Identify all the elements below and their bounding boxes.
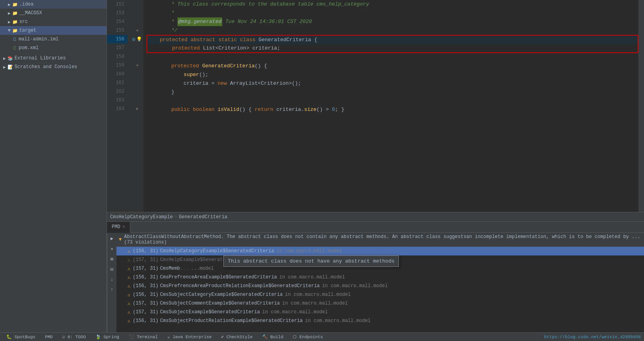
tab-pmd[interactable]: PMD × [107, 222, 130, 233]
violation-linecol-8: (156, 31) [133, 318, 158, 324]
code-line-158 [147, 53, 638, 62]
violation-linecol-6: (157, 31) [133, 301, 158, 306]
violation-linecol-4: (156, 31) [133, 283, 158, 289]
tab-terminal[interactable]: ⬛ Terminal [126, 333, 161, 341]
code-line-152: * This class corresponds to the database… [147, 0, 638, 9]
expand-icon: ▶ [8, 19, 11, 25]
violation-pkg-4: in com.macro.mall.model [322, 283, 388, 289]
tab-endpoints[interactable]: ⬡ Endpoints [290, 333, 326, 341]
violation-class-7: CmsSubjectExample$GeneratedCriteria [160, 309, 260, 315]
warn-icon-1: ⚠ [128, 257, 130, 263]
violation-pkg-2: ...model [191, 266, 214, 271]
code-line-163 [147, 97, 638, 105]
sidebar-item-scratches[interactable]: ▶ 📝 Scratches and Consoles [0, 63, 107, 71]
editor-area: 152 153 154 155 156 157 158 159 160 161 … [107, 0, 644, 332]
run-icon[interactable]: ▶ [108, 234, 116, 242]
sidebar-item-pom-xml[interactable]: 🗋 pom.xml [0, 44, 107, 52]
violation-pkg-5: in com.macro.mall.model [285, 292, 351, 297]
warn-icon-8: ⚠ [128, 318, 130, 324]
violation-rows-container: ⚠ (157, 31) CmsHelpExample$GeneratedCrit… [116, 255, 644, 273]
violation-pkg-8: in com.macro.mall.model [305, 318, 371, 324]
folder-icon: 📁 [12, 11, 18, 16]
violation-linecol-2: (157, 31) [133, 266, 158, 271]
red-border-block: protected abstract static class Generate… [147, 35, 638, 53]
panel-left-toolbar: ▶ ✕ ⊞ ⊟ ↓ ↑ [107, 233, 116, 332]
tab-spring[interactable]: 🍃 Spring [92, 333, 122, 341]
folder-icon: 📁 [12, 19, 18, 25]
code-line-155: */ [147, 26, 638, 35]
lib-icon: 📚 [8, 56, 13, 61]
sidebar-item-mall-admin-iml[interactable]: 🗋 mall-admin.iml [0, 35, 107, 44]
violation-item-8[interactable]: ⚠ (156, 31) CmsSubjectProductRelationExa… [116, 316, 644, 325]
code-line-162: } [147, 88, 638, 97]
violation-linecol-7: (157, 31) [133, 309, 158, 315]
tab-todo[interactable]: ☑ 6: TODO [59, 333, 89, 341]
gutter: ⊲ ⊙ 💡 ⊲ ⊕ [131, 0, 143, 212]
close-pmd-btn[interactable]: × [123, 225, 125, 229]
scratches-icon: 📝 [8, 65, 13, 70]
breadcrumb: CmsHelpCategoryExample › GeneratedCriter… [107, 212, 644, 221]
warn-icon-2: ⚠ [128, 266, 130, 272]
breadcrumb-separator: › [174, 214, 177, 220]
warn-icon-6: ⚠ [128, 301, 130, 307]
bottom-panel: PMD × ▶ ✕ ⊞ ⊟ ↓ ↑ ▼ [107, 221, 644, 332]
annotation-span: @mbg.generated [177, 17, 222, 26]
folder-icon: 📁 [12, 28, 18, 33]
expand-icon[interactable]: ⊞ [108, 255, 116, 263]
sidebar-item-target[interactable]: ▼ 📁 target [0, 26, 107, 35]
expand-icon: ▶ [3, 56, 6, 61]
sidebar-item-external-libraries[interactable]: ▶ 📚 External Libraries [0, 54, 107, 63]
violation-class-5: CmsSubjectCategoryExample$GeneratedCrite… [160, 292, 283, 297]
violation-item-0[interactable]: ⚠ (156, 31) CmsHelpCategoryExample$Gener… [116, 247, 644, 255]
violation-pkg-0: in com.macro.mall.model [276, 248, 342, 254]
tab-java-enterprise[interactable]: ☕ Java Enterprise [164, 333, 215, 341]
tab-spotbugs[interactable]: 🐛 SpotBugs [3, 333, 38, 341]
code-line-161: criteria = new ArrayList<Criterion>(); [147, 79, 638, 88]
code-line-156: protected abstract static class Generate… [147, 36, 638, 44]
violation-class-2: CmsMemb... [160, 266, 189, 271]
violation-class-0: CmsHelpCategoryExample$GeneratedCriteria [160, 248, 274, 254]
violation-pkg-6: in com.macro.mall.model [282, 301, 348, 306]
violation-pkg-7: in com.macro.mall.model [262, 309, 328, 315]
file-xml-icon: 🗋 [13, 46, 17, 51]
expand-icon: ▶ [8, 2, 11, 7]
tab-checkstyle[interactable]: ✔ CheckStyle [218, 333, 256, 341]
violation-item-6[interactable]: ⚠ (157, 31) CmsSubjectCommentExample$Gen… [116, 299, 644, 308]
violation-item-4[interactable]: ⚠ (156, 31) CmsPrefrenceAreaProductRelat… [116, 282, 644, 290]
violation-class-4: CmsPrefrenceAreaProductRelationExample$G… [160, 283, 320, 289]
code-editor: 152 153 154 155 156 157 158 159 160 161 … [107, 0, 644, 212]
up-icon[interactable]: ↑ [108, 286, 116, 294]
sidebar-item-idea[interactable]: ▶ 📁 .idea [0, 0, 107, 9]
sidebar-item-macosx[interactable]: ▶ 📁 __MACOSX [0, 9, 107, 17]
warn-icon-0: ⚠ [128, 248, 130, 254]
sidebar-item-src[interactable]: ▶ 📁 src [0, 17, 107, 26]
warn-icon-7: ⚠ [128, 309, 130, 315]
warn-icon-4: ⚠ [128, 283, 130, 289]
bulb-icon[interactable]: 💡 [136, 36, 142, 42]
tab-pmd-status[interactable]: PMD [42, 333, 56, 341]
tooltip-box: This abstract class does not have any ab… [223, 255, 399, 267]
warn-icon-3: ⚠ [128, 274, 130, 280]
violation-item-3[interactable]: ⚠ (156, 31) CmsPrefrenceAreaExample$Gene… [116, 273, 644, 282]
violation-item-5[interactable]: ⚠ (156, 31) CmsSubjectCategoryExample$Ge… [116, 290, 644, 299]
violation-header: ▼ AbstractClassWithoutAbstractMethod. Th… [116, 233, 644, 247]
code-line-157: protected List<Criterion> criteria; [147, 44, 638, 53]
fold-icon: ⊕ [136, 107, 138, 111]
status-tabs: 🐛 SpotBugs PMD ☑ 6: TODO 🍃 Spring ⬛ Term… [3, 333, 326, 341]
fold-icon: ⊲ [136, 28, 138, 33]
violation-pkg-3: in com.macro.mall.model [279, 274, 345, 280]
bookmark-icon[interactable]: ⊙ [132, 36, 135, 43]
tab-build[interactable]: 🔨 Build [259, 333, 287, 341]
close-x-icon[interactable]: ✕ [108, 245, 116, 253]
status-bar: 🐛 SpotBugs PMD ☑ 6: TODO 🍃 Spring ⬛ Term… [0, 332, 644, 341]
expand-icon: ▼ [8, 28, 11, 33]
fold-icon: ⊲ [136, 63, 138, 68]
violation-linecol-0: (156, 31) [133, 248, 158, 254]
down-icon[interactable]: ↓ [108, 276, 116, 284]
code-line-159: protected GeneratedCriteria() { [147, 62, 638, 70]
violation-linecol-5: (156, 31) [133, 292, 158, 297]
violation-linecol-3: (156, 31) [133, 274, 158, 280]
collapse-icon[interactable]: ⊟ [108, 265, 116, 273]
violation-item-7[interactable]: ⚠ (157, 31) CmsSubjectExample$GeneratedC… [116, 308, 644, 316]
scrollbar-right[interactable] [638, 0, 644, 212]
